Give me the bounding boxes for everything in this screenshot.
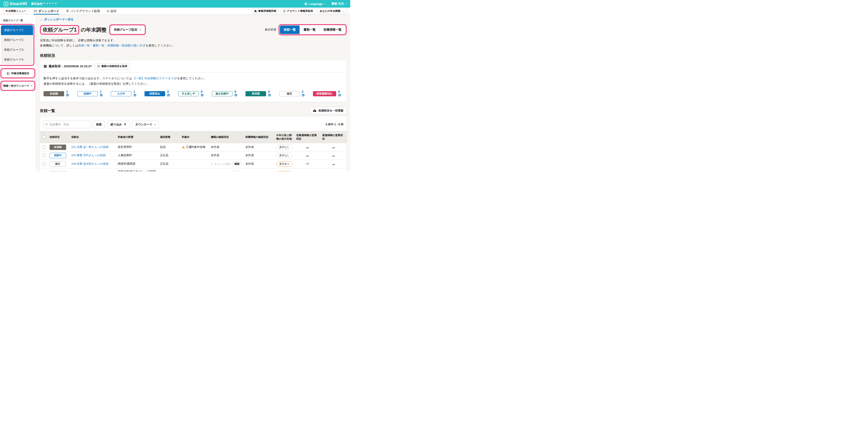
request-name-link[interactable]: 103 事務 月代さんへの依頼	[71, 154, 106, 157]
cell-excluded	[180, 168, 209, 172]
description-line1: 従業員に年末調整を依頼し、必要な情報を収集できます。	[40, 38, 347, 43]
people-icon	[6, 72, 10, 74]
refetch-account-info-button[interactable]: アカウント情報再取得	[281, 8, 315, 14]
status-chip-confirmed: 確定	[279, 91, 300, 96]
check-icon: ✓	[211, 162, 213, 165]
status-chip-group: 確定 2 件	[279, 90, 307, 97]
your-nenmatsu-button[interactable]: あなたの年末調整 →	[317, 8, 347, 14]
status-chip-group: 引き戻し中 0 件	[178, 90, 206, 97]
status-count-link[interactable]: 1 件	[66, 90, 71, 97]
funnel-icon	[124, 123, 126, 126]
row-checkbox[interactable]	[42, 154, 45, 157]
select-all-checkbox[interactable]	[42, 135, 45, 139]
main-content: ← ダッシュボードへ戻る 依頼グループ1 の年末調整 依頼グループ設定 ▼ 表示…	[36, 15, 350, 172]
cell-department: 営業本部/東日本グループ/関東チーム	[116, 168, 158, 172]
chevron-down-icon: ▼	[140, 29, 141, 31]
status-count-link[interactable]: 0 件	[201, 90, 206, 97]
annotation-ring-target-employees: 対象従業員設定	[0, 68, 35, 79]
list-section-heading: 依頼一覧	[40, 108, 55, 113]
request-list-card: 検索 絞り込み ダウンロード ▼ 5 件中 1 - 5 件	[40, 117, 347, 172]
title-row: 依頼グループ1 の年末調整 依頼グループ設定 ▼ 表示切替 依頼一覧 書類一覧 …	[40, 24, 347, 35]
fetch-latest-status-button[interactable]: 最新の依頼状況を取得	[94, 63, 130, 70]
nav-item-settings[interactable]: ⚙ 設定	[106, 8, 117, 14]
language-menu[interactable]: Language ▼	[304, 2, 326, 6]
status-chip-row: 未依頼 1 件 依頼中 1 件 入力中 1 件 回答済み 0 件 引き戻し中	[40, 86, 347, 102]
col-header-department: 対象者の部署	[116, 131, 158, 143]
row-checkbox[interactable]	[42, 162, 45, 165]
filter-button[interactable]: 絞り込み	[107, 121, 130, 128]
sidebar-item-group3[interactable]: 依頼グループ3	[1, 45, 33, 55]
chevron-down-icon: ▼	[31, 85, 32, 87]
description-text: 各種機能について、詳しくは	[40, 44, 78, 47]
nav-item-label: 設定	[111, 9, 117, 13]
nav-item-dashboard[interactable]: ダッシュボード	[34, 8, 59, 14]
status-count-link[interactable]: 1 件	[133, 90, 138, 97]
status-count-link[interactable]: 0 件	[338, 90, 343, 97]
download-button[interactable]: ダウンロード ▼	[132, 121, 159, 128]
cell-employee-update	[294, 168, 320, 172]
button-label: 最新の依頼状況を取得	[101, 65, 127, 68]
tab-previous-job-list[interactable]: 前職情報一覧	[319, 26, 345, 34]
user-menu[interactable]: 事務 月代 ▼	[331, 2, 347, 6]
dashboard-gauge-icon	[34, 9, 37, 13]
doc-check-label: 未作成	[211, 154, 219, 157]
bulk-download-button[interactable]: 情報一括ダウンロード ▼	[2, 82, 34, 90]
confirm-button[interactable]: 確認	[232, 171, 242, 172]
sync-office-info-button[interactable]: 事業所情報同期	[252, 8, 279, 14]
annotation-ring-title: 依頼グループ1	[40, 25, 79, 35]
dash-icon	[332, 164, 335, 165]
cell-department: 調達部/購買課	[116, 159, 158, 168]
language-label: Language	[309, 2, 322, 6]
bulk-update-status-button[interactable]: 依頼状況を一括更新	[310, 107, 347, 114]
back-to-dashboard-link[interactable]: ← ダッシュボードへ戻る	[40, 18, 73, 22]
col-header-employee-update: 従業員情報の更新状況	[294, 131, 320, 143]
brand-name: SmartHR	[10, 2, 27, 6]
search-input[interactable]	[43, 121, 90, 128]
cell-doc-check: ✓チェック済み確認	[209, 168, 244, 172]
sidebar-item-group1[interactable]: 依頼グループ1	[1, 25, 33, 35]
button-label: 絞り込み	[111, 123, 122, 126]
cell-excluded: 乙欄対象外候補	[180, 143, 209, 151]
annotation-ring-groups: 依頼グループ1 依頼グループ2 依頼グループ3 依頼グループ4	[0, 24, 34, 66]
description-line2: 各種機能について、詳しくは依頼一覧・書類一覧・前職情報一覧画面の使い方を参照して…	[40, 43, 347, 49]
status-count-link[interactable]: 0 件	[235, 90, 240, 97]
chevron-down-icon: ▼	[154, 124, 156, 125]
group-settings-button[interactable]: 依頼グループ設定 ▼	[111, 26, 145, 34]
status-chip-requesting: 依頼中	[77, 91, 98, 96]
tab-request-list[interactable]: 依頼一覧	[280, 26, 300, 34]
status-chip-group: 依頼中 1 件	[77, 90, 105, 97]
annotation-ring-bulk-download: 情報一括ダウンロード ▼	[0, 81, 35, 91]
tab-document-list[interactable]: 書類一覧	[300, 26, 319, 34]
request-name-link[interactable]: 104 扶養 侑太郎さんへの依頼	[71, 162, 108, 165]
nav-item-label: バックグラウンド処理	[70, 9, 100, 13]
status-count-link[interactable]: 1 件	[100, 90, 105, 97]
cell-employee-update	[294, 159, 320, 168]
confirm-button[interactable]: 確認	[232, 161, 242, 167]
status-section-heading: 依頼状況	[40, 53, 347, 58]
cell-family-update	[320, 168, 347, 172]
request-name-link[interactable]: 101 須磨 栄一郎さんへの依頼	[71, 146, 108, 149]
cell-employee-update	[294, 143, 320, 151]
usage-guide-link[interactable]: 依頼一覧・書類一覧・前職情報一覧画面の使い方	[78, 44, 142, 47]
status-chip-pulling-back: 引き戻し中	[178, 91, 199, 96]
status-count-link[interactable]: 2 件	[302, 90, 307, 97]
cell-doc-check: ✓未作成確認	[209, 151, 244, 159]
sidebar-item-group4[interactable]: 依頼グループ4	[1, 55, 33, 65]
cell-employment: 正社員	[158, 151, 180, 159]
status-guide-link[interactable]: 【一覧】年末調整のステータス	[133, 77, 174, 80]
search-button[interactable]: 検索	[93, 121, 105, 128]
cell-prev-job: 未作成	[244, 151, 275, 159]
diff-pill: 差分なし	[277, 145, 292, 150]
status-count-link[interactable]: 0 件	[268, 90, 273, 97]
status-count-link[interactable]: 0 件	[167, 90, 172, 97]
cell-prev-job: 未作成	[244, 159, 275, 168]
diff-pill: 差分あり	[277, 171, 292, 172]
status-card: 最終取得：2025/09/26 15:32:27 最新の依頼状況を取得 数字を押…	[40, 60, 347, 102]
sidebar-item-group2[interactable]: 依頼グループ2	[1, 35, 33, 45]
row-checkbox[interactable]	[42, 146, 45, 149]
status-chip-correction: 修正依頼中	[212, 91, 232, 96]
nav-item-background-jobs[interactable]: バックグラウンド処理	[66, 8, 100, 14]
target-employees-button[interactable]: 対象従業員設定	[2, 69, 34, 77]
table-row: 未依頼 101 須磨 栄一郎さんへの依頼 経営管理部 役員 乙欄対象外候補 ✓未…	[40, 143, 347, 151]
nenmatsu-menu-button[interactable]: 年末調整メニュー	[3, 8, 29, 14]
